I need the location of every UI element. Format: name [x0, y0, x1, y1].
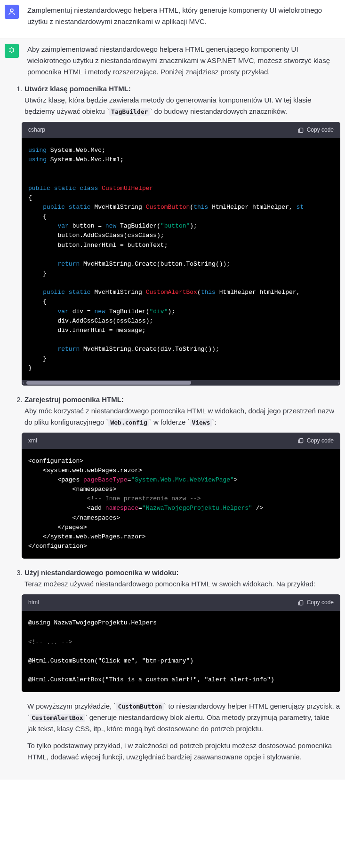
- assistant-avatar-icon: [5, 44, 19, 58]
- inline-code-customalertbox: CustomAlertBox: [30, 714, 85, 722]
- code-content-1[interactable]: using System.Web.Mvc; using System.Web.M…: [22, 138, 340, 380]
- horizontal-scrollbar[interactable]: ‹ ›: [22, 380, 340, 386]
- copy-code-button[interactable]: Copy code: [297, 598, 334, 607]
- code-block-2: xml Copy code <configuration> <system.we…: [22, 433, 340, 559]
- inline-code-custombutton: CustomButton: [116, 702, 164, 710]
- summary-paragraph-2: To tylko podstawowy przykład, i w zależn…: [27, 740, 340, 763]
- step-1: Utwórz klasę pomocnika HTML: Utwórz klas…: [24, 83, 340, 386]
- svg-rect-3: [299, 600, 303, 605]
- code-lang-label: xml: [28, 436, 37, 445]
- svg-point-0: [10, 9, 13, 12]
- code-content-3[interactable]: @using NazwaTwojegoProjektu.Helpers <!--…: [22, 611, 340, 692]
- code-block-1: csharp Copy code using System.Web.Mvc; u…: [22, 122, 340, 386]
- clipboard-icon: [297, 600, 304, 606]
- step-3-desc: Teraz możesz używać niestandardowego pom…: [24, 578, 340, 590]
- code-lang-label: html: [28, 598, 39, 607]
- copy-code-button[interactable]: Copy code: [297, 126, 334, 134]
- summary-paragraph-1: W powyższym przykładzie, `CustomButton` …: [27, 701, 340, 734]
- clipboard-icon: [297, 127, 304, 134]
- inline-code-views: Views: [190, 418, 212, 426]
- clipboard-icon: [297, 437, 304, 444]
- user-message: Zamplementuj niestandardowego helpera HT…: [0, 0, 345, 39]
- scroll-right-icon: ›: [338, 380, 339, 386]
- step-2: Zarejestruj pomocnika HTML: Aby móc korz…: [24, 394, 340, 559]
- copy-code-button[interactable]: Copy code: [297, 436, 334, 445]
- svg-rect-2: [299, 438, 303, 442]
- user-avatar-icon: [5, 5, 19, 19]
- scrollbar-thumb[interactable]: [26, 381, 191, 385]
- step-3-title: Użyj niestandardowego pomocnika w widoku…: [24, 568, 179, 576]
- assistant-intro-text: Aby zaimplementować niestandardowego hel…: [27, 44, 340, 78]
- step-1-desc: Utwórz klasę, która będzie zawierała met…: [24, 95, 340, 117]
- step-1-title: Utwórz klasę pomocnika HTML:: [24, 85, 131, 93]
- step-2-desc: Aby móc korzystać z niestandardowego pom…: [24, 405, 340, 428]
- step-2-title: Zarejestruj pomocnika HTML:: [24, 395, 124, 403]
- assistant-message: Aby zaimplementować niestandardowego hel…: [0, 39, 345, 780]
- inline-code-webconfig: Web.config: [108, 418, 149, 426]
- inline-code-tagbuilder: TagBuilder: [109, 108, 150, 116]
- code-block-3: html Copy code @using NazwaTwojegoProjek…: [22, 594, 340, 692]
- scroll-left-icon: ‹: [23, 380, 24, 386]
- code-content-2[interactable]: <configuration> <system.web.webPages.raz…: [22, 449, 340, 559]
- svg-rect-1: [299, 128, 303, 132]
- code-lang-label: csharp: [28, 126, 45, 134]
- step-3: Użyj niestandardowego pomocnika w widoku…: [24, 567, 340, 692]
- user-message-text: Zamplementuj niestandardowego helpera HT…: [27, 5, 340, 27]
